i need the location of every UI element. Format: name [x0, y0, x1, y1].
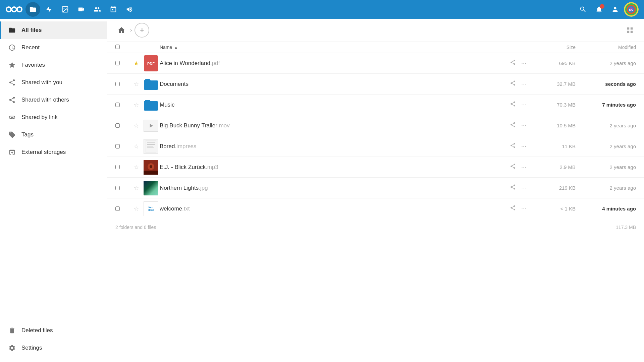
row-checkbox-7[interactable]	[115, 186, 130, 190]
file-name-6: E.J. - Blick Zurück.mp3	[160, 164, 508, 171]
contacts-nav-icon[interactable]	[90, 2, 105, 17]
file-size-8: < 1 KB	[535, 206, 576, 212]
star-2[interactable]: ☆	[130, 80, 142, 88]
header-checkbox[interactable]	[115, 45, 130, 50]
sidebar-item-all-files[interactable]: All files	[0, 21, 107, 39]
row-actions-7: ···	[508, 183, 535, 193]
talk-nav-icon[interactable]	[74, 2, 89, 17]
sidebar-item-recent[interactable]: Recent	[0, 39, 107, 56]
share-action-5[interactable]	[508, 141, 517, 152]
contacts-menu-icon[interactable]	[608, 2, 623, 17]
sort-arrow-icon: ▲	[174, 45, 178, 49]
more-action-8[interactable]: ···	[520, 204, 528, 214]
file-name-main-8: welcome	[160, 205, 182, 212]
table-row[interactable]: ☆ E.J. - Blick Zurück.mp3	[107, 157, 644, 178]
sidebar-label-tags: Tags	[21, 131, 34, 138]
video-thumb-icon	[144, 120, 158, 132]
activity-nav-icon[interactable]	[42, 2, 56, 17]
sidebar-item-deleted-files[interactable]: Deleted files	[0, 322, 107, 339]
name-header-label: Name	[160, 45, 172, 50]
header-size[interactable]: Size	[535, 45, 576, 50]
more-action-6[interactable]: ···	[520, 162, 528, 172]
search-icon[interactable]	[576, 2, 590, 17]
clock-icon	[8, 44, 16, 52]
more-action-5[interactable]: ···	[520, 141, 528, 151]
star-7[interactable]: ☆	[130, 184, 142, 192]
sidebar: All files Recent Favorites Shared with y…	[0, 19, 107, 362]
notifications-icon[interactable]	[592, 2, 606, 17]
home-breadcrumb[interactable]	[115, 24, 127, 36]
table-row[interactable]: ☆ Bored.impress	[107, 136, 644, 157]
row-checkbox-1[interactable]	[115, 61, 130, 65]
file-name-main-3: Music	[160, 102, 174, 108]
share-action-8[interactable]	[508, 203, 517, 214]
table-row[interactable]: ☆ Northern Lights.jpg ··· 219 KB 2 years…	[107, 178, 644, 198]
file-modified-6: 2 years ago	[576, 164, 636, 170]
file-ext-6: .mp3	[206, 164, 218, 171]
more-action-4[interactable]: ···	[520, 121, 528, 130]
star-4[interactable]: ☆	[130, 122, 142, 129]
share-action-6[interactable]	[508, 162, 517, 172]
main-content: › + Name ▲ Size	[107, 19, 644, 362]
share-action-3[interactable]	[508, 100, 517, 110]
sidebar-item-favorites[interactable]: Favorites	[0, 56, 107, 74]
file-modified-3: 7 minutes ago	[576, 102, 636, 108]
nextcloud-logo[interactable]	[5, 4, 23, 15]
star-3[interactable]: ☆	[130, 101, 142, 109]
table-row[interactable]: ☆ Big Buck Bunny Trailer.mov ··· 10.5 MB	[107, 115, 644, 136]
svg-rect-18	[147, 144, 155, 145]
more-action-2[interactable]: ···	[520, 79, 528, 89]
file-modified-7: 2 years ago	[576, 185, 636, 191]
gallery-nav-icon[interactable]	[58, 2, 72, 17]
share-action-7[interactable]	[508, 183, 517, 193]
row-checkbox-2[interactable]	[115, 82, 130, 86]
file-modified-2: seconds ago	[576, 81, 636, 87]
row-actions-1: ···	[508, 58, 535, 68]
sidebar-label-recent: Recent	[21, 44, 40, 51]
header-modified[interactable]: Modified	[576, 45, 636, 50]
sidebar-item-tags[interactable]: Tags	[0, 126, 107, 143]
row-actions-3: ···	[508, 100, 535, 110]
user-avatar-icon[interactable]: NC	[624, 2, 639, 17]
select-all-checkbox[interactable]	[115, 45, 120, 49]
more-action-1[interactable]: ···	[520, 58, 528, 68]
star-8[interactable]: ☆	[130, 205, 142, 213]
sidebar-item-shared-with-you[interactable]: Shared with you	[0, 74, 107, 91]
add-new-button[interactable]: +	[135, 23, 149, 38]
sidebar-label-shared-with-others: Shared with others	[21, 97, 69, 103]
header-name[interactable]: Name ▲	[160, 45, 508, 50]
view-toggle-button[interactable]	[624, 24, 636, 36]
table-row[interactable]: ☆ Next cloud welcome.txt ··· < 1 KB	[107, 198, 644, 219]
share-action-1[interactable]	[508, 58, 517, 68]
audioplayer-nav-icon[interactable]	[122, 2, 137, 17]
file-ext-1: .pdf	[210, 60, 220, 67]
sidebar-item-shared-by-link[interactable]: Shared by link	[0, 109, 107, 126]
row-checkbox-8[interactable]	[115, 206, 130, 211]
file-name-8: welcome.txt	[160, 205, 508, 212]
row-checkbox-5[interactable]	[115, 144, 130, 148]
file-icon-8: Next cloud	[142, 201, 160, 216]
share-action-4[interactable]	[508, 120, 517, 131]
star-1[interactable]: ★	[130, 60, 142, 67]
row-checkbox-4[interactable]	[115, 123, 130, 128]
trash-icon	[8, 326, 16, 335]
more-action-7[interactable]: ···	[520, 183, 528, 193]
calendar-nav-icon[interactable]	[106, 2, 121, 17]
star-6[interactable]: ☆	[130, 164, 142, 171]
row-checkbox-3[interactable]	[115, 103, 130, 107]
more-action-3[interactable]: ···	[520, 100, 528, 110]
table-row[interactable]: ☆ Music ··· 70.3 MB 7 minutes ago	[107, 95, 644, 115]
file-ext-8: .txt	[182, 205, 190, 212]
table-row[interactable]: ☆ Documents ··· 32.7	[107, 74, 644, 95]
svg-point-23	[150, 165, 152, 168]
sidebar-item-shared-with-others[interactable]: Shared with others	[0, 91, 107, 109]
table-row[interactable]: ★ PDF Alice in Wonderland.pdf	[107, 53, 644, 74]
share-action-2[interactable]	[508, 79, 517, 89]
row-checkbox-6[interactable]	[115, 165, 130, 169]
star-5[interactable]: ☆	[130, 143, 142, 150]
sidebar-item-external-storages[interactable]: External storages	[0, 143, 107, 161]
main-layout: All files Recent Favorites Shared with y…	[0, 19, 644, 362]
file-name-7: Northern Lights.jpg	[160, 185, 508, 191]
sidebar-item-settings[interactable]: Settings	[0, 339, 107, 357]
files-nav-icon[interactable]	[25, 2, 40, 17]
